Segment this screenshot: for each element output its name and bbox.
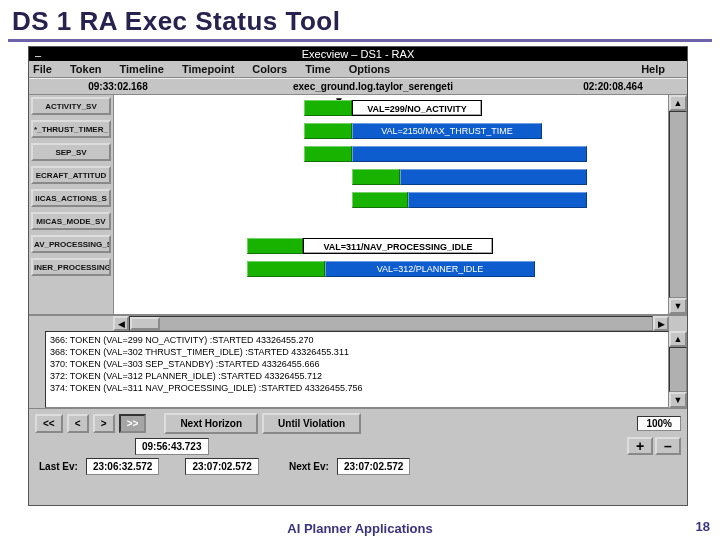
token-nav-idle[interactable]: VAL=311/NAV_PROCESSING_IDLE <box>303 238 493 254</box>
menu-colors[interactable]: Colors <box>252 63 287 75</box>
h-scrollbar[interactable]: ◀ ▶ <box>29 315 687 331</box>
seg-att-1[interactable] <box>352 169 400 185</box>
seg-sep-2[interactable] <box>352 146 587 162</box>
status-bar: 09:33:02.168 exec_ground.log.taylor_sere… <box>29 78 687 95</box>
token-planner-idle[interactable]: VAL=312/PLANNER_IDLE <box>325 261 535 277</box>
token-no-activity[interactable]: VAL=299/NO_ACTIVITY <box>352 100 482 116</box>
scroll-left-icon[interactable]: ◀ <box>113 316 129 331</box>
v-scrollbar[interactable]: ▲ ▼ <box>669 95 687 314</box>
menubar: File Token Timeline Timepoint Colors Tim… <box>29 61 687 78</box>
fast-forward-button[interactable]: >> <box>119 414 147 433</box>
seg-att-2[interactable] <box>400 169 587 185</box>
scroll-down-icon[interactable]: ▼ <box>669 298 687 314</box>
menu-time[interactable]: Time <box>305 63 330 75</box>
slide-footer: AI Planner Applications <box>0 521 720 536</box>
window-sys-icon[interactable]: – <box>35 49 41 61</box>
log-line: 372: TOKEN (VAL=312 PLANNER_IDLE) :START… <box>50 370 664 382</box>
seg-iicas-1[interactable] <box>352 192 408 208</box>
row-micas-mode[interactable]: MICAS_MODE_SV <box>31 212 111 230</box>
row-iner-processing[interactable]: INER_PROCESSING <box>31 258 111 276</box>
menu-help[interactable]: Help <box>641 63 665 75</box>
clock-field: 09:56:43.723 <box>135 438 209 455</box>
title-underline <box>8 39 712 42</box>
menu-file[interactable]: File <box>33 63 52 75</box>
timeline-chart[interactable]: ▼ VAL=299/NO_ACTIVITY VAL=2150/MAX_THRUS… <box>113 95 669 314</box>
rewind-button[interactable]: << <box>35 414 63 433</box>
last-ev-label: Last Ev: <box>39 461 78 472</box>
log-area[interactable]: 366: TOKEN (VAL=299 NO_ACTIVITY) :STARTE… <box>45 331 669 408</box>
seg-activity-1[interactable] <box>304 100 352 116</box>
row-iicas-actions[interactable]: IICAS_ACTIONS_S <box>31 189 111 207</box>
log-section: 366: TOKEN (VAL=299 NO_ACTIVITY) :STARTE… <box>29 331 687 409</box>
log-line: 366: TOKEN (VAL=299 NO_ACTIVITY) :STARTE… <box>50 334 664 346</box>
seg-nav-1[interactable] <box>247 238 303 254</box>
row-thrust-timer[interactable]: *_THRUST_TIMER_ <box>31 120 111 138</box>
log-scroll-up-icon[interactable]: ▲ <box>669 331 687 347</box>
status-left-time: 09:33:02.168 <box>33 81 203 92</box>
row-activity-sv[interactable]: ACTIVITY_SV <box>31 97 111 115</box>
zoom-value: 100% <box>637 416 681 431</box>
slide-title: DS 1 RA Exec Status Tool <box>0 0 720 39</box>
until-violation-button[interactable]: Until Violation <box>262 413 361 434</box>
h-scroll-track[interactable] <box>129 316 653 331</box>
menu-token[interactable]: Token <box>70 63 102 75</box>
scroll-right-icon[interactable]: ▶ <box>653 316 669 331</box>
menu-timeline[interactable]: Timeline <box>120 63 164 75</box>
seg-thrust-1[interactable] <box>304 123 352 139</box>
v-scroll-track[interactable] <box>669 111 687 298</box>
next-ev-label: Next Ev: <box>289 461 329 472</box>
log-line: 368: TOKEN (VAL=302 THRUST_TIMER_IDLE) :… <box>50 346 664 358</box>
zoom-in-button[interactable]: + <box>627 437 653 455</box>
next-button[interactable]: > <box>93 414 115 433</box>
log-line: 370: TOKEN (VAL=303 SEP_STANDBY) :STARTE… <box>50 358 664 370</box>
row-sep-sv[interactable]: SEP_SV <box>31 143 111 161</box>
status-right-time: 02:20:08.464 <box>543 81 683 92</box>
prev-button[interactable]: < <box>67 414 89 433</box>
scroll-up-icon[interactable]: ▲ <box>669 95 687 111</box>
zoom-out-button[interactable]: – <box>655 437 681 455</box>
window-titlebar: – Execview – DS1 - RAX <box>29 47 687 61</box>
log-v-scroll-track[interactable] <box>669 347 687 392</box>
log-v-scrollbar[interactable]: ▲ ▼ <box>669 331 687 408</box>
row-labels: ACTIVITY_SV *_THRUST_TIMER_ SEP_SV ECRAF… <box>29 95 113 314</box>
status-center: exec_ground.log.taylor_serengeti <box>203 81 543 92</box>
seg-sep-1[interactable] <box>304 146 352 162</box>
controls-section: << < > >> Next Horizon Until Violation 1… <box>29 409 687 479</box>
h-scroll-thumb[interactable] <box>130 317 160 330</box>
main-area: ACTIVITY_SV *_THRUST_TIMER_ SEP_SV ECRAF… <box>29 95 687 505</box>
next-horizon-button[interactable]: Next Horizon <box>164 413 258 434</box>
timeline-section: ACTIVITY_SV *_THRUST_TIMER_ SEP_SV ECRAF… <box>29 95 687 315</box>
menu-timepoint[interactable]: Timepoint <box>182 63 234 75</box>
log-line: 374: TOKEN (VAL=311 NAV_PROCESSING_IDLE)… <box>50 382 664 394</box>
seg-iicas-2[interactable] <box>408 192 587 208</box>
app-window: – Execview – DS1 - RAX File Token Timeli… <box>28 46 688 506</box>
row-ecraft-attitud[interactable]: ECRAFT_ATTITUD <box>31 166 111 184</box>
menu-options[interactable]: Options <box>349 63 391 75</box>
mid-time-field: 23:07:02.572 <box>185 458 259 475</box>
last-ev-field[interactable]: 23:06:32.572 <box>86 458 160 475</box>
next-ev-field[interactable]: 23:07:02.572 <box>337 458 411 475</box>
row-av-processing[interactable]: AV_PROCESSING_S <box>31 235 111 253</box>
log-scroll-down-icon[interactable]: ▼ <box>669 392 687 408</box>
seg-plan-1[interactable] <box>247 261 325 277</box>
window-title: Execview – DS1 - RAX <box>302 48 414 60</box>
page-number: 18 <box>696 519 710 534</box>
token-max-thrust[interactable]: VAL=2150/MAX_THRUST_TIME <box>352 123 542 139</box>
